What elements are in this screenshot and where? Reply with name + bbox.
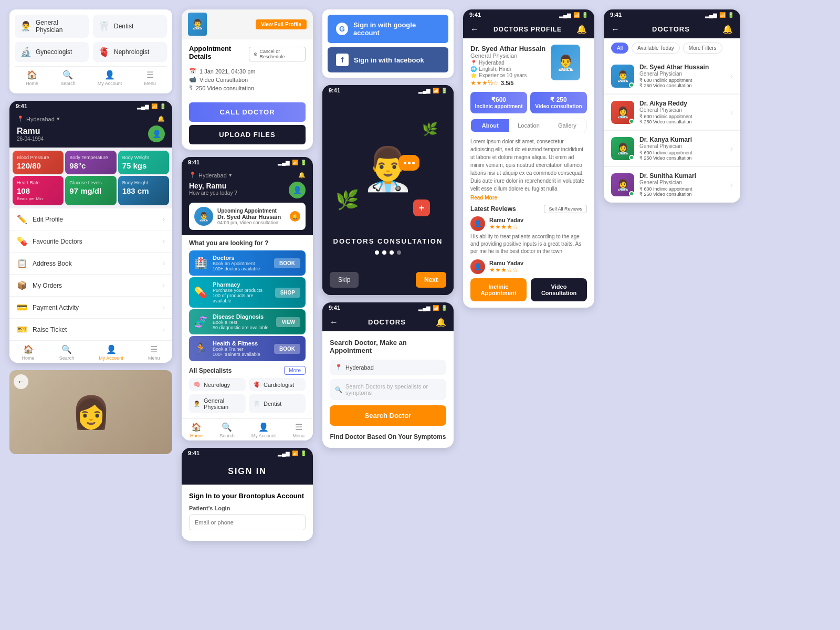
menu-edit-profile[interactable]: ✏️ Edit Profile › [9, 208, 172, 230]
bell-icon[interactable]: 🔔 [722, 24, 733, 34]
back-button[interactable]: ← [14, 374, 28, 389]
filter-available-today[interactable]: Available Today [632, 43, 680, 54]
tab-gallery[interactable]: Gallery [548, 119, 586, 132]
filter-all[interactable]: All [611, 43, 628, 54]
nav-label: Menu [292, 433, 304, 438]
health-card-heart[interactable]: Heart Rate 108 Beats per Min [13, 176, 64, 205]
inclinic-price-button[interactable]: ₹600 Inclinic appoitment [470, 92, 527, 113]
nav-account[interactable]: 👤 My Account [99, 344, 123, 361]
menu-raise-ticket[interactable]: 🎫 Raise Ticket › [9, 319, 172, 341]
wifi-icon: 📶 [573, 12, 580, 18]
skip-button[interactable]: Skip [330, 272, 359, 288]
about-text: Lorem ipsum dolor sit amet, consectetur … [470, 138, 587, 193]
back-arrow-icon[interactable]: ← [330, 318, 338, 327]
next-button[interactable]: Next [416, 272, 446, 288]
menu-address-book[interactable]: 📋 Address Book › [9, 253, 172, 275]
sell-all-button[interactable]: Sell All Reviews [544, 205, 587, 213]
pin-icon: 📍 [470, 60, 477, 66]
nav-search[interactable]: 🔍 Search [219, 422, 235, 438]
inclinic-appointment-button[interactable]: Inclinic Appointment [470, 278, 527, 301]
back-arrow-icon[interactable]: ← [611, 25, 620, 34]
user-avatar[interactable]: 👤 [148, 125, 165, 142]
upload-files-button[interactable]: UPLOAD FILES [189, 125, 306, 144]
user-dob: 26-04-1994 [17, 136, 44, 142]
cancel-reschedule-button[interactable]: ⊗ Cancel or Reschedule [249, 47, 306, 61]
profile-tabs: About Location Gallery [470, 119, 587, 132]
bell-icon[interactable]: 🔔 [576, 24, 587, 34]
tab-location[interactable]: Location [509, 119, 548, 132]
video-consultation-button[interactable]: Video Consultation [531, 278, 587, 301]
read-more-button[interactable]: Read More [470, 195, 587, 201]
doctor-avatar-1: 👨‍⚕️ [611, 65, 634, 88]
health-card-weight[interactable]: Body Weight 75 kgs [118, 151, 169, 174]
doctor-photo-4: 👩‍⚕️ [616, 178, 629, 191]
back-arrow-icon[interactable]: ← [470, 25, 479, 34]
search-doctor-button[interactable]: Search Doctor [330, 405, 446, 426]
nav-menu[interactable]: ☰ Menu [148, 344, 160, 361]
nav-search[interactable]: 🔍 Search [59, 344, 75, 361]
nav-home[interactable]: 🏠 Home [190, 422, 203, 438]
payment-icon: 💳 [17, 302, 27, 312]
shop-button[interactable]: SHOP [275, 288, 300, 298]
doctor-list-item-4[interactable]: 👩‍⚕️ Dr. Sunitha Kumari General Physicia… [604, 167, 740, 203]
cancel-icon: ⊗ [254, 51, 258, 57]
hc-label-height: Body Height [122, 180, 165, 185]
doctor-list-item-3[interactable]: 👩‍⚕️ Dr. Kanya Kumari General Physician … [604, 131, 740, 166]
nav-search[interactable]: 🔍 Search [60, 70, 76, 86]
battery-icon: 🔋 [300, 160, 307, 165]
specialist-cardiologist[interactable]: 🫀 Cardiologist [249, 378, 306, 391]
nav-menu[interactable]: ☰ Menu [292, 422, 304, 438]
video-price-button[interactable]: ₹ 250 Video consultation [530, 92, 587, 113]
facebook-signin-button[interactable]: f Sign in with facebook [328, 47, 448, 72]
doctor-list-item-1[interactable]: 👨‍⚕️ Dr. Syed Athar Hussain General Phys… [604, 58, 740, 94]
tab-about[interactable]: About [471, 119, 509, 132]
menu-favourite-doctors[interactable]: 💊 Favourite Doctors › [9, 230, 172, 253]
menu-payment-activity[interactable]: 💳 Payment Activity › [9, 297, 172, 319]
health-card-bp[interactable]: Blood Pressure 120/80 [13, 151, 64, 174]
nav-menu[interactable]: ☰ Menu [144, 70, 156, 86]
email-input[interactable] [189, 514, 306, 530]
view-button[interactable]: VIEW [276, 317, 300, 327]
action-buttons-row: Inclinic Appointment Video Consultation [470, 278, 587, 301]
health-card-glucose[interactable]: Glucose Levels 97 mg/dl [65, 176, 116, 205]
location-selector[interactable]: 📍 Hyderabad [330, 360, 446, 375]
nav-label: My Account [99, 355, 123, 361]
nav-account[interactable]: 👤 My Account [98, 70, 122, 86]
upcoming-appointment-card[interactable]: 👨‍⚕️ Upcoming Appointment Dr. Syed Athar… [189, 203, 306, 230]
status-time-home: 9:41 [188, 159, 200, 165]
specialty-nephrologist[interactable]: 🫀 Nephrologist [93, 42, 167, 62]
specialist-neurology[interactable]: 🧠 Neurology [189, 378, 246, 391]
call-doctor-button[interactable]: CALL DOCTOR [189, 102, 306, 122]
menu-my-orders[interactable]: 📦 My Orders › [9, 275, 172, 297]
google-signin-button[interactable]: G Sign in with google account [328, 15, 448, 43]
view-full-profile-button[interactable]: View Full Profile [256, 19, 307, 29]
book-fitness-button[interactable]: BOOK [274, 344, 300, 354]
nav-home[interactable]: 🏠 Home [26, 70, 38, 86]
more-button[interactable]: More [284, 366, 306, 375]
doctor-profile-phone: 9:41 ▂▄▆ 📶 🔋 ← DOCTORS PROFILE 🔔 Dr. Sye… [463, 9, 594, 308]
specialist-dentist[interactable]: 🦷 Dentist [249, 394, 306, 413]
dot-3 [412, 162, 415, 164]
bell-icon[interactable]: 🔔 [298, 172, 306, 178]
doctor-illustration: 👨‍⚕️ [362, 144, 414, 194]
bell-icon[interactable]: 🔔 [158, 116, 165, 122]
nav-home[interactable]: 🏠 Home [22, 344, 35, 361]
specialty-dentist[interactable]: 🦷 Dentist [93, 15, 167, 38]
bell-icon[interactable]: 🔔 [436, 317, 446, 327]
service-fitness[interactable]: 🏃 Health & Fitness Book a Trainer 100+ t… [189, 336, 306, 361]
specialty-gynecologist[interactable]: 🔬 Gynecologist [15, 42, 89, 62]
service-pharmacy[interactable]: 💊 Pharmacy Purchase your products 100 of… [189, 277, 306, 308]
health-card-temp[interactable]: Body Temperature 98°c [65, 151, 116, 174]
doctor-list-item-2[interactable]: 👩‍⚕️ Dr. Aikya Reddy General Physician ₹… [604, 94, 740, 130]
service-doctors[interactable]: 🏥 Doctors Book an Apointment 100+ doctor… [189, 250, 306, 276]
service-diagnosis[interactable]: 🧬 Disease Diagnosis Book a Test 50 diagn… [189, 309, 306, 334]
nav-account[interactable]: 👤 My Account [251, 422, 276, 438]
filter-more-filters[interactable]: More Filters [683, 43, 722, 54]
upcoming-time: 04:00 pm, Video consultation [217, 220, 281, 225]
health-card-height[interactable]: Body Height 183 cm [118, 176, 169, 205]
book-button[interactable]: BOOK [274, 258, 300, 268]
user-avatar[interactable]: 👤 [289, 182, 306, 198]
specialist-general[interactable]: 👨‍⚕️ General Physician [189, 394, 246, 413]
specialty-general-physician[interactable]: 👨‍⚕️ General Physician [15, 15, 89, 38]
profile-header: ← DOCTORS PROFILE 🔔 [463, 20, 594, 38]
